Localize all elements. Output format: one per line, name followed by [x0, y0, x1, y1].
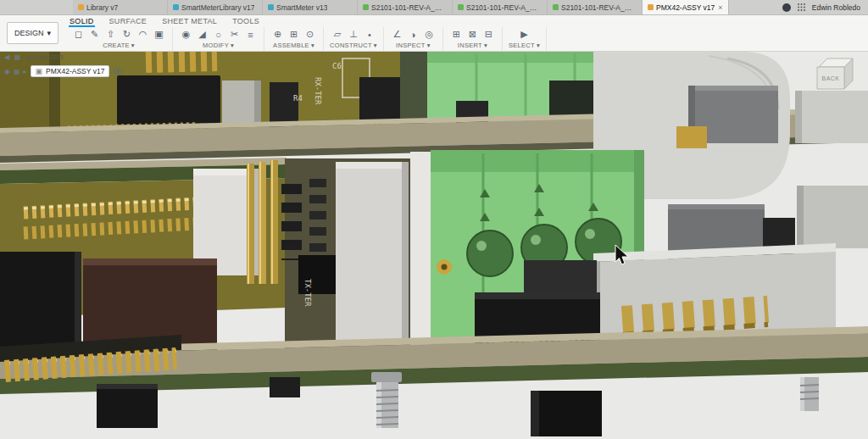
document-icon: [363, 4, 369, 10]
browser-header: ◀ ▦ BROWSER: [4, 53, 123, 61]
select-group-dropdown[interactable]: SELECT ▾: [509, 42, 540, 51]
viewcube[interactable]: BACK: [810, 55, 856, 97]
section-analysis-icon[interactable]: ◑: [406, 28, 420, 42]
design-menu-label: DESIGN: [14, 29, 44, 37]
ribbon-tab-solid[interactable]: SOLID: [69, 17, 95, 27]
toolbar-group-modify: ◉ ◢ ○ ✂ ≡ MODIFY ▾: [173, 27, 264, 51]
split-body-icon[interactable]: ✂: [227, 28, 242, 42]
ribbon-toolbar: DESIGN ▾ SOLID SURFACE SHEET METAL TOOLS…: [0, 15, 868, 52]
extrude-icon[interactable]: ⇧: [103, 28, 118, 42]
user-name[interactable]: Edwin Robledo: [812, 3, 860, 12]
tab-label: SmartMeter v13: [276, 3, 327, 12]
ribbon: SOLID SURFACE SHEET METAL TOOLS ◻ ✎ ⇧ ↻ …: [65, 15, 868, 51]
joint-icon[interactable]: ⊕: [270, 28, 285, 42]
modify-group-dropdown[interactable]: MODIFY ▾: [203, 42, 234, 51]
large-black-component: [0, 252, 81, 352]
ribbon-tab-sheet-metal[interactable]: SHEET METAL: [161, 17, 218, 27]
measure-icon[interactable]: ∠: [390, 28, 404, 42]
chevron-down-icon: ▾: [427, 42, 431, 49]
chevron-down-icon: ▾: [231, 42, 234, 49]
select-cursor-icon[interactable]: ▶: [517, 28, 531, 42]
silkscreen-label-c6: C6: [332, 62, 342, 70]
tab-demoversion-v1[interactable]: S2101-101-REV-A_DEMOVERSION v1: [358, 0, 453, 14]
document-icon: [78, 4, 84, 10]
decal-icon[interactable]: ⊟: [481, 28, 496, 42]
view-grid-icon[interactable]: ▦: [14, 68, 20, 75]
browser-panel: ◀ ▦ BROWSER ◉ ▦ ▸ ▣ PMX42-ASSY v17: [4, 53, 123, 77]
construction-plane-icon[interactable]: ▱: [330, 28, 344, 42]
inspect-group-dropdown[interactable]: INSPECT ▾: [396, 42, 431, 51]
expand-chevron-icon[interactable]: ▸: [24, 68, 27, 75]
app-badge-icon[interactable]: [782, 3, 791, 12]
tab-demoversion-v6[interactable]: S2101-101-REV-A_DEMOVERSION v6: [548, 0, 643, 14]
create-sketch-icon[interactable]: ✎: [87, 28, 102, 42]
tab-label: S2101-101-REV-A_DEMOVERSION v20: [466, 3, 542, 12]
3d-viewport[interactable]: C6 R4 RX-TER: [0, 52, 868, 438]
ribbon-tab-surface[interactable]: SURFACE: [108, 17, 148, 27]
tab-smartmeter[interactable]: SmartMeter v13: [263, 0, 358, 14]
tall-gray-relay: [336, 162, 409, 343]
dark-component: [549, 81, 593, 116]
toolbar-group-select: ▶ SELECT ▾: [503, 27, 547, 51]
fillet-icon[interactable]: ◢: [195, 28, 209, 42]
smd-ic: [270, 377, 300, 397]
silkscreen-label-tx: TX-TER: [303, 279, 312, 307]
new-component-icon[interactable]: ◻: [71, 28, 86, 42]
assembly-root-chip[interactable]: ▣ PMX42-ASSY v17: [31, 65, 110, 77]
gray-box-right: [795, 91, 868, 143]
rigid-group-icon[interactable]: ⊞: [287, 28, 301, 42]
toolbar-group-insert: ⊞ ⊠ ⊟ INSERT ▾: [443, 27, 503, 51]
assembly-name: PMX42-ASSY v17: [46, 67, 104, 75]
tab-label: Library v7: [86, 3, 118, 12]
tab-pmx42-assy-active[interactable]: PMX42-ASSY v17 ×: [643, 0, 729, 14]
3d-viewport-scene[interactable]: C6 R4 RX-TER: [0, 52, 868, 438]
record-icon[interactable]: ◉: [4, 68, 10, 75]
chevron-down-icon: ▾: [131, 42, 135, 49]
tab-label: S2101-101-REV-A_DEMOVERSION v6: [561, 3, 637, 12]
insert-svg-icon[interactable]: ⊠: [465, 28, 480, 42]
interference-icon[interactable]: ◎: [422, 28, 437, 42]
chevron-down-icon: ▾: [47, 29, 52, 37]
construct-group-dropdown[interactable]: CONSTRUCT ▾: [330, 42, 377, 51]
change-parameters-icon[interactable]: ≡: [243, 28, 258, 42]
box-primitive-icon[interactable]: ▣: [152, 28, 166, 42]
tab-smartmeterlibrary[interactable]: SmartMeterLibrary v17: [168, 0, 263, 14]
window-controls-spacer: [0, 0, 73, 14]
tab-library[interactable]: Library v7: [73, 0, 168, 14]
toolbar-group-inspect: ∠ ◑ ◎ INSPECT ▾: [384, 27, 443, 51]
document-icon: [458, 4, 464, 10]
tabbar-right-area: Edwin Robledo: [775, 0, 868, 14]
shell-icon[interactable]: ○: [211, 28, 225, 42]
ribbon-tab-tools[interactable]: TOOLS: [231, 17, 260, 27]
white-panel: [410, 152, 432, 352]
assemble-group-dropdown[interactable]: ASSEMBLE ▾: [273, 42, 314, 51]
toolbar-groups: ◻ ✎ ⇧ ↻ ◠ ▣ CREATE ▾ ◉ ◢ ○ ✂: [65, 27, 868, 51]
insert-group-dropdown[interactable]: INSERT ▾: [458, 42, 487, 51]
component-icon: ▣: [36, 67, 43, 75]
press-pull-icon[interactable]: ◉: [179, 28, 193, 42]
browser-title: BROWSER: [25, 53, 64, 61]
panel-grid-icon[interactable]: ▦: [14, 53, 21, 61]
silkscreen-label-r4: R4: [293, 94, 303, 103]
toolbar-group-assemble: ⊕ ⊞ ⊙ ASSEMBLE ▾: [264, 27, 324, 51]
visibility-eye-icon[interactable]: [113, 67, 123, 75]
document-tabbar: Library v7 SmartMeterLibrary v17 SmartMe…: [0, 0, 868, 15]
construction-point-icon[interactable]: •: [362, 28, 376, 42]
toolbar-group-create: ◻ ✎ ⇧ ↻ ◠ ▣ CREATE ▾: [65, 27, 173, 51]
revolve-icon[interactable]: ↻: [120, 28, 134, 42]
document-icon: [173, 4, 179, 10]
insert-mesh-icon[interactable]: ⊞: [449, 28, 464, 42]
sweep-icon[interactable]: ◠: [136, 28, 150, 42]
apps-grid-icon[interactable]: [797, 3, 806, 12]
collapse-panel-icon[interactable]: ◀: [4, 53, 10, 61]
viewcube-face-label[interactable]: BACK: [821, 75, 839, 81]
tab-demoversion-v20[interactable]: S2101-101-REV-A_DEMOVERSION v20: [453, 0, 548, 14]
create-group-dropdown[interactable]: CREATE ▾: [103, 42, 135, 51]
drive-joints-icon[interactable]: ⊙: [303, 28, 317, 42]
construction-axis-icon[interactable]: ⊥: [346, 28, 360, 42]
design-menu-button[interactable]: DESIGN ▾: [7, 22, 58, 44]
browser-root-item[interactable]: ◉ ▦ ▸ ▣ PMX42-ASSY v17: [4, 65, 123, 77]
gold-component: [676, 126, 707, 148]
smd-ic: [359, 77, 402, 123]
close-tab-icon[interactable]: ×: [718, 3, 722, 12]
